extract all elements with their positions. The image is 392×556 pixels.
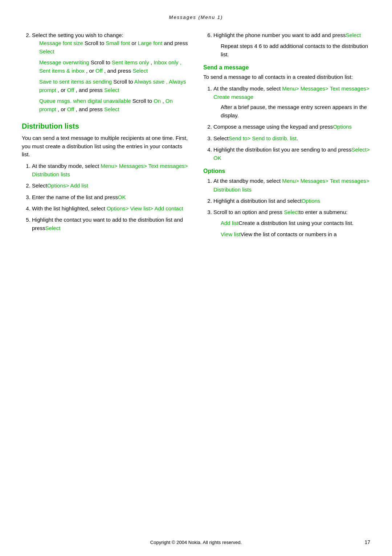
setting-or4: , or	[58, 106, 67, 112]
right-intro-list: Highlight the phone number you want to a…	[213, 31, 370, 59]
left-column: Select the setting you wish to change: M…	[22, 31, 189, 235]
setting-text-font: Scroll to	[85, 40, 106, 46]
setting-on: On	[154, 98, 161, 104]
dist-step-2: SelectOptions> Add list	[32, 181, 189, 190]
item2-text: Select the setting you wish to change:	[32, 32, 123, 38]
send-step1-green: Menu> Messages> Text messages> Create me…	[213, 85, 369, 100]
setting-off2: Off	[67, 87, 74, 93]
setting-comma-queue: ,	[162, 98, 165, 104]
header-title: Messages (Menu 1)	[169, 15, 223, 20]
setting-message-overwriting: Message overwriting Scroll to Sent items…	[39, 59, 189, 75]
right-item-6: Highlight the phone number you want to a…	[213, 31, 370, 59]
options-heading: Options	[203, 168, 370, 174]
send-message-intro-text: To send a message to all contacts in a c…	[203, 74, 353, 80]
options-view-list: View listView the list of contacts or nu…	[221, 230, 370, 239]
options-step1-green: Menu> Messages> Text messages> Distribut…	[213, 178, 369, 192]
setting-or1: or	[131, 40, 138, 46]
setting-save-sent: Save to sent items as sending Scroll to …	[39, 78, 189, 94]
setting-or2: , or	[86, 68, 95, 74]
dist-intro-text: You can send a text message to multiple …	[22, 135, 188, 157]
two-column-layout: Select the setting you wish to change: M…	[22, 31, 370, 241]
list-item: Select the setting you wish to change: M…	[32, 31, 189, 113]
setting-label-overwrite: Message overwriting	[39, 59, 89, 65]
right-item6-select: Select	[346, 32, 361, 38]
send-step1-note: After a brief pause, the message entry s…	[221, 103, 370, 120]
repeat-text: Repeat steps 4 6 to add additional conta…	[221, 42, 370, 59]
send-step3-green: Send to> Send to distrib. list	[229, 135, 297, 141]
distribution-lists-heading: Distribution lists	[22, 122, 189, 130]
options-step-2: Highlight a distribution list and select…	[213, 197, 370, 205]
options-step2-green: Options	[302, 198, 320, 204]
options-step-3: Scroll to an option and press Selectto e…	[213, 208, 370, 238]
dist-step-5: Highlight the contact you want to add to…	[32, 215, 189, 233]
send-step-4: Highlight the distribution list you are …	[213, 145, 370, 162]
setting-and-press-save: , and press	[76, 87, 103, 93]
send-message-steps: At the standby mode, select Menu> Messag…	[213, 84, 370, 162]
send-step4-green: Select> OK	[213, 146, 370, 161]
setting-label-save: Save to sent items as sending	[39, 78, 112, 85]
setting-inbox-only: Inbox only	[154, 59, 178, 65]
send-step1-note-text: After a brief pause, the message entry s…	[221, 103, 370, 120]
setting-and-press-font: and press	[164, 40, 188, 46]
setting-always-save: Always save	[134, 78, 164, 85]
options-sub-items: Add listCreate a distribution list using…	[221, 219, 370, 238]
setting-select-queue: Select	[104, 106, 119, 112]
setting-text-overwrite: Scroll to	[91, 59, 112, 65]
options-add-list: Add listCreate a distribution list using…	[221, 219, 370, 227]
send-step-3: SelectSend to> Send to distrib. list.	[213, 134, 370, 142]
dist-step3-green: OK	[118, 194, 126, 200]
right-column: Highlight the phone number you want to a…	[203, 31, 370, 241]
repeat-text-block: Repeat steps 4 6 to add additional conta…	[221, 42, 370, 59]
page-header: Messages (Menu 1)	[22, 15, 370, 20]
dist-heading-text: Distribution lists	[22, 122, 79, 130]
footer-copyright: Copyright © 2004 Nokia. All rights reser…	[150, 540, 242, 545]
send-step-1: At the standby mode, select Menu> Messag…	[213, 84, 370, 120]
send-message-heading-text: Send a message	[203, 64, 249, 70]
page-number: 17	[364, 539, 370, 545]
dist-step2-green: Options> Add list	[47, 182, 88, 189]
repeat-text-content: Repeat steps 4 6 to add additional conta…	[221, 43, 368, 57]
setting-small-font: Small font	[106, 40, 130, 46]
dist-step4-green: Options> View list> Add contact	[107, 205, 183, 211]
options-step3-green: Select	[284, 209, 299, 215]
options-add-list-label: Add list	[221, 220, 238, 226]
setting-off3: Off	[67, 106, 74, 112]
send-step2-green: Options	[333, 124, 352, 130]
dist-step-1: At the standby mode, select Menu> Messag…	[32, 162, 189, 179]
setting-label-queue: Queue msgs. when digital unavailable	[39, 98, 131, 104]
options-step-1: At the standby mode, select Menu> Messag…	[213, 177, 370, 194]
dist-step1-green: Menu> Messages> Text messages> Distribut…	[32, 163, 188, 177]
options-heading-text: Options	[203, 168, 225, 174]
setting-label-font: Message font size	[39, 40, 83, 46]
page-footer: Copyright © 2004 Nokia. All rights reser…	[0, 540, 392, 545]
setting-and-press-overwrite: , and press	[104, 68, 132, 74]
setting-text-queue: Scroll to	[132, 98, 154, 104]
send-step-2: Compose a message using the keypad and p…	[213, 122, 370, 131]
setting-sent-only: Sent items only	[112, 59, 149, 65]
setting-off1: Off	[95, 68, 103, 74]
dist-steps-list: At the standby mode, select Menu> Messag…	[32, 162, 189, 233]
setting-select-save: Select	[104, 87, 119, 93]
setting-select-overwrite: Select	[132, 68, 148, 74]
dist-step-4: With the list highlighted, select Option…	[32, 204, 189, 213]
send-message-intro: To send a message to all contacts in a c…	[203, 73, 370, 81]
setting-large-font: Large font	[138, 40, 163, 46]
setting-select-font: Select	[39, 48, 54, 55]
page-number-text: 17	[364, 539, 370, 545]
setting-comma1: ,	[151, 59, 154, 65]
dist-intro: You can send a text message to multiple …	[22, 134, 189, 159]
dist-step-3: Enter the name of the list and pressOK	[32, 193, 189, 201]
options-steps: At the standby mode, select Menu> Messag…	[213, 177, 370, 238]
options-view-list-label: View list	[221, 231, 241, 237]
dist-step5-green: Select	[45, 225, 61, 231]
setting-text-save: Scroll to	[113, 78, 134, 85]
setting-and-press-queue: , and press	[76, 106, 103, 112]
setting-message-font: Message font size Scroll to Small font o…	[39, 39, 189, 56]
page-container: Messages (Menu 1) Select the setting you…	[0, 0, 392, 556]
setting-queue-msgs: Queue msgs. when digital unavailable Scr…	[39, 97, 189, 113]
setting-or3: , or	[58, 87, 67, 93]
send-message-heading: Send a message	[203, 64, 370, 71]
